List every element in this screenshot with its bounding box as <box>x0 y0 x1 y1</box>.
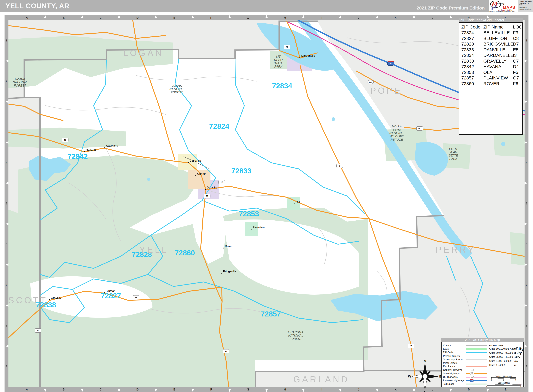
grid-row-number-left: 7 <box>6 284 7 287</box>
grid-notch <box>449 389 452 392</box>
legend-city-sample: •City <box>514 346 524 351</box>
cell-zip-code: 72833 <box>461 47 474 52</box>
grid-col-letter-top: C <box>99 16 102 19</box>
grid-notch <box>6 345 9 348</box>
legend-item-label: County Highways <box>443 369 462 371</box>
cell-loc: I3 <box>513 53 517 58</box>
cell-loc: D4 <box>513 64 519 69</box>
cell-loc: F6 <box>513 81 518 86</box>
legend-line-sample <box>466 356 487 356</box>
scale-mi-bar <box>487 384 521 386</box>
grid-notch <box>118 15 120 19</box>
legend-item-label: State Highways <box>443 372 460 375</box>
grid-col-letter-bottom: I <box>321 388 322 391</box>
grid-row-number-left: 6 <box>6 243 7 246</box>
legend-city-sample: •City <box>514 364 518 366</box>
grid-notch <box>339 15 342 19</box>
grid-row-number-right: 5 <box>526 202 527 205</box>
grid-row-number-right: 1 <box>526 39 527 42</box>
grid-col-letter-bottom: N <box>505 388 507 391</box>
grid-col-letter-top: L <box>432 16 433 19</box>
grid-col-letter-bottom: F <box>210 388 212 391</box>
grid-col-letter-top: I <box>321 16 322 19</box>
legend-city-sample: •City <box>514 351 522 355</box>
legend-line-sample <box>466 363 487 363</box>
grid-notch <box>376 15 378 19</box>
grid-notch <box>302 15 305 19</box>
cell-zip-code: 72860 <box>461 81 474 86</box>
grid-notch <box>524 304 527 307</box>
legend-city-sample: •City <box>514 355 520 359</box>
grid-col-letter-bottom: J <box>358 388 359 391</box>
grid-notch <box>155 15 157 19</box>
legend-highway-shield: 123 <box>470 369 474 371</box>
grid-row-number-right: 6 <box>526 243 527 246</box>
grid-notch <box>155 389 157 392</box>
legend-item-label: County <box>443 344 451 347</box>
legend-line-sample <box>466 380 487 381</box>
cell-loc: G7 <box>513 75 519 80</box>
zip-index-body: ZIP Code ZIP Name LOC 72824BELLEVILLEF37… <box>459 22 523 135</box>
cell-zip-code: 72838 <box>461 59 474 64</box>
cell-zip-name: BELLEVILLE <box>483 30 510 35</box>
legend-line-sample <box>466 352 487 353</box>
grid-notch <box>524 100 527 103</box>
table-row: 72857PLAINVIEWG7 <box>459 75 522 81</box>
cell-zip-code: 72857 <box>461 75 474 80</box>
grid-notch <box>339 389 342 392</box>
grid-col-letter-top: D <box>136 16 138 19</box>
cell-zip-code: 72853 <box>461 70 474 75</box>
legend-city-label: Cities 1 - 4,999 <box>489 364 505 367</box>
legend-highway-shield: 123 <box>470 372 474 375</box>
grid-notch <box>191 389 194 392</box>
zip-index-table: ZIP Code Index/Grid Locator ZIP Code ZIP… <box>459 18 523 135</box>
grid-col-letter-top: F <box>210 16 212 19</box>
cell-zip-name: BLUFFTON <box>483 36 507 41</box>
legend-city-label: Cities 50,000 - 99,999 <box>489 352 513 354</box>
legend-item-label: State <box>443 348 449 350</box>
table-row: 72842HAVANAD4 <box>459 64 522 70</box>
compass-rose: N S E W <box>408 359 442 392</box>
grid-col-letter-bottom: A <box>26 388 28 391</box>
cell-zip-name: PLAINVIEW <box>483 75 508 80</box>
legend-city-label: Cities 5,000 - 24,999 <box>489 360 512 362</box>
cell-loc: E5 <box>513 47 519 52</box>
compass-star-icon <box>408 359 442 392</box>
table-row: 72860ROVERF6 <box>459 81 522 87</box>
grid-col-letter-bottom: B <box>63 388 65 391</box>
legend-line-sample <box>466 384 487 384</box>
grid-notch <box>524 345 527 348</box>
compass-east: E <box>439 374 442 378</box>
grid-row-number-left: 1 <box>6 39 7 42</box>
grid-row-number-right: 9 <box>526 365 527 368</box>
grid-row-number-right: 8 <box>526 324 527 327</box>
grid-col-letter-top: A <box>26 16 28 19</box>
grid-notch <box>6 141 9 144</box>
scale-km-bar <box>491 377 516 379</box>
legend-line-sample <box>466 348 487 350</box>
grid-notch <box>302 389 305 392</box>
cell-zip-name: OLA <box>483 70 492 75</box>
col-zip-name: ZIP Name <box>483 24 504 30</box>
map-canvas <box>0 0 533 392</box>
scale-km-tick: 0 <box>491 379 492 381</box>
legend-line-sample <box>466 370 487 370</box>
compass-north: N <box>424 359 426 363</box>
grid-col-letter-top: B <box>63 16 65 19</box>
grid-notch <box>81 389 84 392</box>
grid-notch <box>524 182 527 185</box>
legend-line-sample <box>466 373 487 374</box>
scale-mi-tick: 0 <box>486 386 487 387</box>
grid-col-letter-bottom: D <box>136 388 138 391</box>
compass-west: W <box>408 374 411 378</box>
grid-row-number-right: 7 <box>526 284 527 287</box>
grid-row-number-left: 8 <box>6 324 7 327</box>
col-zip-code: ZIP Code <box>461 24 480 30</box>
scale-km-tick: 2 <box>503 379 504 381</box>
grid-notch <box>44 389 47 392</box>
grid-notch <box>524 263 527 266</box>
legend-item-label: Exit Ramps <box>443 365 455 368</box>
grid-notch <box>191 15 194 19</box>
cell-zip-code: 72828 <box>461 42 474 47</box>
legend-line-sample <box>466 366 487 367</box>
